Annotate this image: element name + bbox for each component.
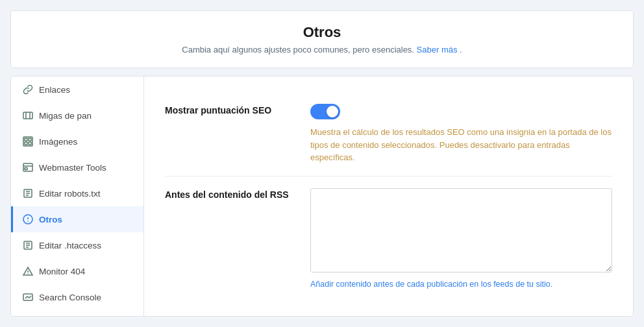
webmaster-icon bbox=[22, 162, 34, 173]
sidebar-item-monitor404[interactable]: Monitor 404 bbox=[11, 258, 143, 284]
sidebar-item-imagenes[interactable]: Imágenes bbox=[11, 128, 143, 154]
sidebar-label-otros: Otros bbox=[39, 215, 62, 224]
sidebar-item-enlaces[interactable]: Enlaces bbox=[11, 77, 143, 103]
images-icon bbox=[22, 136, 34, 147]
sidebar-label-imagenes: Imágenes bbox=[39, 137, 77, 147]
learn-more-link[interactable]: Saber más bbox=[417, 45, 458, 54]
page-title: Otros bbox=[24, 24, 620, 41]
seo-description: Muestra el cálculo de los resultados SEO… bbox=[310, 126, 612, 164]
rss-hint: Añadir contenido antes de cada publicaci… bbox=[310, 280, 612, 289]
sidebar-item-migas[interactable]: Migas de pan bbox=[11, 103, 143, 128]
page-subtitle: Cambia aquí algunos ajustes poco comunes… bbox=[24, 45, 620, 54]
htaccess-icon bbox=[22, 239, 34, 251]
svg-rect-4 bbox=[25, 138, 27, 141]
seo-score-row: Mostrar puntuación SEO Muestra el cálcul… bbox=[165, 92, 612, 176]
seo-toggle-row bbox=[310, 104, 612, 119]
seo-toggle[interactable] bbox=[310, 104, 340, 119]
sidebar-label-migas: Migas de pan bbox=[39, 111, 92, 121]
otros-icon bbox=[22, 213, 34, 225]
breadcrumb-icon bbox=[22, 110, 34, 121]
search-console-icon bbox=[22, 291, 34, 303]
main-content: Mostrar puntuación SEO Muestra el cálcul… bbox=[144, 77, 633, 316]
page-header: Otros Cambia aquí algunos ajustes poco c… bbox=[10, 10, 634, 68]
rss-textarea[interactable] bbox=[310, 188, 612, 272]
sidebar: Enlaces Migas de pan bbox=[11, 77, 144, 316]
toggle-track bbox=[310, 104, 340, 119]
svg-rect-5 bbox=[29, 138, 31, 141]
rss-control: Añadir contenido antes de cada publicaci… bbox=[310, 188, 612, 289]
sidebar-label-enlaces: Enlaces bbox=[39, 85, 70, 95]
sidebar-item-otros[interactable]: Otros bbox=[11, 206, 143, 232]
svg-point-24 bbox=[27, 273, 28, 274]
toggle-thumb bbox=[327, 106, 338, 117]
sidebar-label-htaccess: Editar .htaccess bbox=[39, 241, 101, 250]
monitor-icon bbox=[22, 265, 34, 277]
seo-score-label: Mostrar puntuación SEO bbox=[165, 104, 295, 115]
link-icon bbox=[22, 84, 34, 95]
sidebar-item-webmaster[interactable]: Webmaster Tools bbox=[11, 154, 143, 180]
svg-point-17 bbox=[27, 221, 29, 222]
sidebar-label-monitor404: Monitor 404 bbox=[39, 267, 85, 276]
svg-rect-7 bbox=[29, 142, 31, 145]
sidebar-label-webmaster: Webmaster Tools bbox=[39, 163, 106, 173]
rss-row: Antes del contenido del RSS Añadir conte… bbox=[165, 176, 612, 300]
sidebar-label-robots: Editar robots.txt bbox=[39, 189, 101, 199]
sidebar-item-htaccess[interactable]: Editar .htaccess bbox=[11, 232, 143, 258]
sidebar-item-searchconsole[interactable]: Search Console bbox=[11, 284, 143, 310]
svg-rect-6 bbox=[25, 142, 27, 145]
sidebar-label-searchconsole: Search Console bbox=[39, 293, 101, 302]
rss-label: Antes del contenido del RSS bbox=[165, 188, 295, 200]
robots-icon bbox=[22, 188, 34, 199]
content-area: Enlaces Migas de pan bbox=[10, 76, 634, 317]
sidebar-item-robots[interactable]: Editar robots.txt bbox=[11, 180, 143, 206]
svg-rect-0 bbox=[23, 112, 32, 119]
seo-score-control: Muestra el cálculo de los resultados SEO… bbox=[310, 104, 612, 164]
svg-rect-10 bbox=[25, 168, 27, 170]
